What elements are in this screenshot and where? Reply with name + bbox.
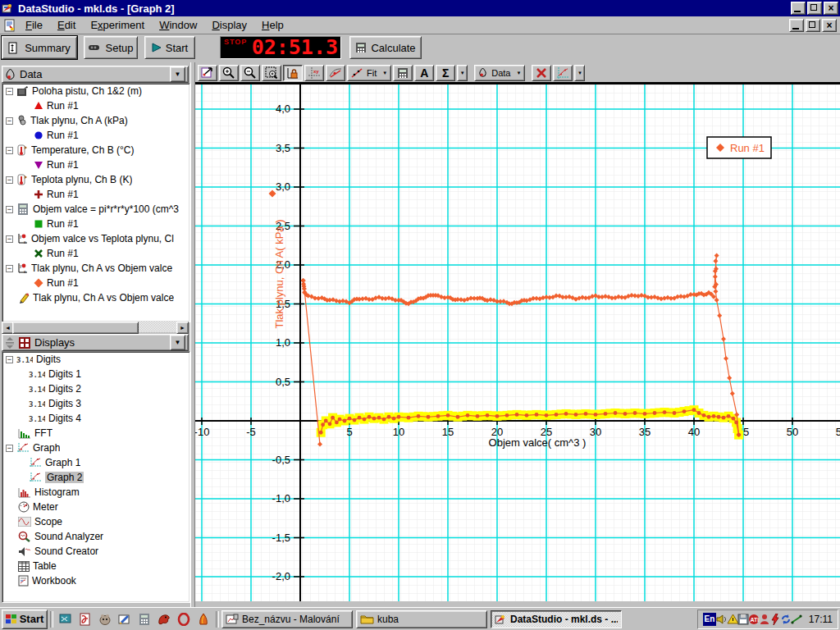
start-menu-button[interactable]: Start [2, 609, 48, 629]
run-item[interactable]: Run #1 [2, 246, 189, 261]
zoom-select-button[interactable] [262, 65, 281, 81]
run-item[interactable]: Run #1 [2, 276, 189, 290]
text-tool-button[interactable]: A [414, 65, 434, 81]
calculate-button[interactable]: Calculate [349, 36, 422, 59]
svg-text:-5: -5 [246, 426, 256, 438]
display-subitem-graph-1[interactable]: Graph 1 [2, 455, 189, 470]
graph-settings-dropdown[interactable]: ▼ [574, 65, 585, 81]
display-item-sound-creator[interactable]: Sound Creator [2, 544, 189, 559]
quick-launch-opera[interactable] [176, 611, 192, 628]
data-source-item[interactable]: −Teplota plynu, Ch B (K) [2, 172, 189, 187]
data-source-item[interactable]: −Temperature, Ch B (°C) [2, 143, 189, 158]
menu-display[interactable]: Display [204, 17, 254, 33]
collapse-box[interactable]: − [6, 117, 13, 125]
quick-launch-calculator[interactable] [136, 611, 153, 628]
collapse-box[interactable]: − [6, 265, 13, 272]
child-restore-button[interactable] [806, 19, 820, 32]
data-source-item[interactable]: −yxObjem valce vs Teplota plynu, Cl [2, 231, 189, 246]
collapse-box[interactable]: − [6, 88, 13, 95]
statistics-button[interactable]: Σ [436, 65, 455, 81]
document-icon[interactable] [2, 17, 18, 34]
graph-plot-area[interactable]: 4,03,53,02,52,01,51,00,5-0,5-1,0-1,5-2,0… [195, 84, 840, 601]
display-item-workbook[interactable]: Workbook [2, 573, 189, 588]
display-subitem-digits-1[interactable]: 3.14Digits 1 [2, 367, 189, 381]
graph-settings-button[interactable] [553, 65, 573, 81]
run-item[interactable]: Run #1 [2, 128, 189, 143]
task-button[interactable]: Bez_názvu - Malování [221, 610, 353, 628]
child-close-button[interactable]: × [822, 19, 837, 32]
display-item-scope[interactable]: Scope [2, 514, 189, 529]
menu-help[interactable]: Help [254, 17, 291, 33]
run-item[interactable]: Run #1 [2, 158, 189, 172]
summary-button[interactable]: Summary [2, 36, 77, 59]
quick-launch-show-desktop[interactable] [57, 611, 74, 628]
data-source-item[interactable]: −yxTlak plynu, Ch A vs Objem valce [2, 261, 189, 276]
display-item-graph[interactable]: −Graph [2, 441, 189, 455]
display-subitem-digits-2[interactable]: 3.14Digits 2 [2, 381, 189, 396]
fit-menu-button[interactable]: Fit▼ [347, 65, 391, 81]
scroll-thumb[interactable] [12, 322, 139, 334]
displays-panel-header[interactable]: Displays ▼ [2, 334, 189, 351]
collapse-box[interactable]: − [6, 147, 13, 154]
slope-tool-button[interactable] [326, 65, 345, 81]
data-menu-button[interactable]: Data▼ [474, 65, 525, 81]
scroll-right-arrow[interactable]: ► [176, 322, 189, 334]
collapse-box[interactable]: − [6, 176, 13, 184]
data-source-item[interactable]: −Tlak plynu, Ch A (kPa) [2, 113, 189, 128]
run-item[interactable]: Run #1 [2, 98, 189, 113]
collapse-box[interactable]: − [6, 206, 13, 213]
collapse-box[interactable]: − [6, 356, 13, 363]
axis-lock-button[interactable] [283, 65, 303, 81]
statistics-dropdown[interactable]: ▼ [457, 65, 468, 81]
child-minimize-button[interactable] [789, 19, 804, 32]
zoom-out-button[interactable] [240, 65, 260, 81]
setup-button[interactable]: Setup [84, 36, 138, 59]
smart-tool-button[interactable]: xy [304, 65, 324, 81]
display-subitem-graph-2[interactable]: Graph 2 [2, 470, 189, 485]
display-item-histogram[interactable]: Histogram [2, 485, 189, 500]
display-item-table[interactable]: Table [2, 559, 189, 573]
menu-window[interactable]: Window [152, 17, 204, 33]
quick-launch-designer[interactable] [116, 611, 133, 628]
menu-experiment[interactable]: Experiment [83, 17, 152, 33]
collapse-box[interactable]: − [6, 445, 13, 452]
data-panel-dropdown[interactable]: ▼ [170, 66, 185, 82]
data-source-item[interactable]: −Objem valce = pi*r*r*y*100 (cm^3 [2, 202, 189, 217]
task-button[interactable]: kuba [356, 610, 487, 628]
display-item-sound-analyzer[interactable]: Sound Analyzer [2, 529, 189, 544]
display-subitem-digits-3[interactable]: 3.14Digits 3 [2, 396, 189, 411]
run-item[interactable]: Run #1 [2, 187, 189, 202]
restore-button[interactable] [807, 2, 822, 15]
start-button[interactable]: Start [144, 36, 195, 59]
data-source-item[interactable]: −Poloha pistu, Ch 1&2 (m) [2, 84, 189, 98]
collapse-box[interactable]: − [6, 235, 13, 243]
quick-launch-dragon[interactable] [156, 611, 172, 628]
display-item-meter[interactable]: Meter [2, 500, 189, 514]
display-item-digits[interactable]: −3.14Digits [2, 352, 189, 367]
run-item[interactable]: Run #1 [2, 217, 189, 231]
data-source-item[interactable]: Tlak plynu, Ch A vs Objem valce [2, 290, 189, 305]
graph-calculate-button[interactable] [393, 65, 413, 81]
quick-launch-hamster[interactable] [97, 611, 113, 628]
display-subitem-digits-4[interactable]: 3.14Digits 4 [2, 411, 189, 426]
close-button[interactable]: × [824, 2, 838, 15]
display-sublabel: Digits 2 [48, 383, 81, 395]
data-panel-header[interactable]: Data ▼ [2, 66, 189, 83]
task-button[interactable]: DataStudio - mkl.ds - ... [491, 610, 622, 628]
display-item-fft[interactable]: FFT [2, 426, 189, 441]
tray-connect-icon[interactable] [791, 613, 803, 625]
menu-edit[interactable]: Edit [50, 17, 83, 33]
scale-to-fit-button[interactable] [198, 65, 217, 81]
splitter-icon[interactable] [5, 337, 15, 349]
minimize-button[interactable] [791, 2, 806, 15]
language-indicator[interactable]: En [703, 613, 716, 626]
quick-launch-acrobat[interactable] [77, 611, 94, 628]
data-tree-hscrollbar[interactable]: ◄ ► [2, 322, 189, 332]
delete-button[interactable] [532, 65, 551, 81]
menu-file[interactable]: File [18, 17, 50, 33]
run-marker-icon [34, 160, 43, 170]
displays-panel-dropdown[interactable]: ▼ [170, 335, 185, 350]
quick-launch-winamp[interactable] [195, 611, 212, 628]
data-source-label: Teplota plynu, Ch B (K) [31, 174, 132, 185]
zoom-in-button[interactable] [219, 65, 239, 81]
